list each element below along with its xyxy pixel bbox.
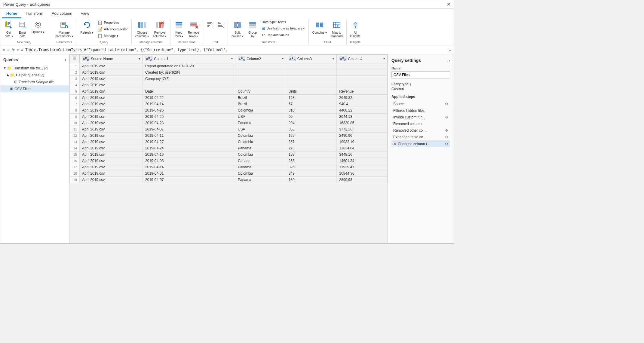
combine-icon <box>315 21 324 30</box>
table-row[interactable]: 1 April 2019.csv Report generated on 01-… <box>70 63 388 69</box>
ribbon-group-reduce-rows: Keeprows ▾ Removerows ▾ Reduce rows <box>170 20 203 45</box>
cell-col4: 11939.47 <box>337 164 388 170</box>
table-row[interactable]: 7 April 2019.csv 2019-04-14 Brazil 57 94… <box>70 101 388 107</box>
tab-view[interactable]: View <box>77 9 94 18</box>
name-field-input[interactable] <box>391 71 450 78</box>
advanced-editor-button[interactable]: 📝 Advanced editor <box>96 26 130 32</box>
tree-item-helper-queries[interactable]: ▶ 📁 Helper queries [3] <box>0 72 69 78</box>
step-source[interactable]: Source ⚙ <box>391 101 450 107</box>
cell-col2: USA <box>235 126 286 133</box>
table-row[interactable]: 18 April 2019.csv 2019-04-01 Colombia 34… <box>70 170 388 177</box>
split-column-button[interactable]: Splitcolumn ▾ <box>230 20 245 39</box>
col-header-column4[interactable]: ABC Column4 ▾ <box>337 55 388 63</box>
first-row-headers-button[interactable]: ⊞ Use first row as headers ▾ <box>260 25 307 31</box>
col-filter-icon[interactable]: ▾ <box>282 57 284 60</box>
choose-columns-button[interactable]: Choosecolumns ▾ <box>133 20 151 39</box>
properties-button[interactable]: 📋 Properties <box>96 20 130 26</box>
tab-home[interactable]: Home <box>2 9 21 18</box>
tree-item-transform-sample[interactable]: ▶ ⊞ Transform Sample file <box>0 78 69 85</box>
tab-add-column[interactable]: Add column <box>48 9 77 18</box>
col-header-column2[interactable]: ABC Column2 ▾ <box>235 55 286 63</box>
col-filter-icon[interactable]: ▾ <box>139 57 140 60</box>
replace-values-button[interactable]: ↩ Replace values <box>260 32 307 38</box>
table-row[interactable]: 13 April 2019.csv 2019-04-27 Colombia 36… <box>70 139 388 145</box>
entity-type-row: Entity type ℹ <box>391 82 450 87</box>
sort-desc-button[interactable] <box>216 20 226 32</box>
options-button[interactable]: Options ▾ <box>30 20 46 35</box>
table-row[interactable]: 17 April 2019.csv 2019-04-14 Panama 325 … <box>70 164 388 170</box>
table-row[interactable]: 12 April 2019.csv 2019-04-11 Colombia 12… <box>70 133 388 139</box>
map-to-standard-button[interactable]: Map tostandard <box>329 20 345 39</box>
table-row[interactable]: 11 April 2019.csv 2019-04-07 USA 356 377… <box>70 126 388 133</box>
queries-collapse-icon[interactable]: ‹ <box>65 57 66 62</box>
col-header-source-name[interactable]: ABC Source.Name ▾ <box>80 55 143 63</box>
table-area: ABC Source.Name ▾ ABC Column1 ▾ <box>69 54 388 243</box>
step-gear-icon[interactable]: ⚙ <box>445 115 448 119</box>
formula-cancel-icon[interactable]: ✕ <box>2 47 6 52</box>
cell-col4 <box>337 82 388 88</box>
col-filter-icon[interactable]: ▾ <box>231 57 233 60</box>
manage-parameters-button[interactable]: Manageparameters ▾ <box>54 20 75 39</box>
table-row[interactable]: 2 April 2019.csv Created by: user9284 <box>70 69 388 76</box>
refresh-button[interactable]: Refresh ▾ <box>79 20 95 36</box>
manage-button[interactable]: 📋 Manage ▾ <box>96 33 130 39</box>
formula-input[interactable] <box>21 48 446 52</box>
table-row[interactable]: 5 April 2019.csv Date Country Units Reve… <box>70 88 388 95</box>
table-row[interactable]: 4 April 2019.csv <box>70 82 388 88</box>
formula-expand-icon[interactable]: ⌄ <box>448 47 452 53</box>
row-number: 7 <box>70 101 80 107</box>
tree-item-csv-files[interactable]: ▶ ⊞ CSV Files <box>0 85 69 92</box>
enter-data-button[interactable]: Enterdata <box>16 20 29 39</box>
tree-item-transform-file[interactable]: ▼ 📁 Transform file fro... [2] <box>0 65 69 72</box>
step-gear-icon[interactable]: ⚙ <box>445 135 448 139</box>
step-removed-other-col[interactable]: Removed other col... ⚙ <box>391 127 450 134</box>
row-number: 11 <box>70 126 80 133</box>
col-header-column1[interactable]: ABC Column1 ▾ <box>143 55 235 63</box>
step-invoke-custom-fun[interactable]: Invoke custom fun... ⚙ <box>391 114 450 121</box>
ai-insights-button[interactable]: AIinsights <box>348 20 362 39</box>
tab-transform[interactable]: Transform <box>21 9 48 18</box>
row-number: 6 <box>70 95 80 101</box>
table-row[interactable]: 19 April 2019.csv 2019-04-07 Panama 139 … <box>70 177 388 183</box>
close-button[interactable]: ✕ <box>447 2 451 7</box>
table-row[interactable]: 6 April 2019.csv 2019-04-22 Brazil 153 2… <box>70 95 388 101</box>
combine-button[interactable]: Combine ▾ <box>311 20 329 36</box>
table-row[interactable]: 3 April 2019.csv Company XYZ <box>70 76 388 82</box>
cell-col3: 57 <box>286 101 337 107</box>
table-row[interactable]: 16 April 2019.csv 2019-04-08 Canada 258 … <box>70 158 388 164</box>
sort-asc-button[interactable] <box>205 20 215 32</box>
col-header-column3[interactable]: ABC Column3 ▾ <box>286 55 337 63</box>
manage-parameters-icon <box>60 21 68 30</box>
data-type-button[interactable]: Data type: Text ▾ <box>260 20 307 25</box>
entity-type-info-icon[interactable]: ℹ <box>409 82 411 87</box>
col-filter-icon[interactable]: ▾ <box>383 57 385 60</box>
formula-fx-icon[interactable]: fx <box>12 47 15 52</box>
step-expanded-table-co[interactable]: Expanded table co... ⚙ <box>391 134 450 140</box>
table-row[interactable]: 14 April 2019.csv 2019-04-24 Panama 223 … <box>70 145 388 152</box>
step-gear-icon[interactable]: ⚙ <box>445 142 448 146</box>
remove-columns-button[interactable]: Removecolumns ▾ <box>151 20 168 39</box>
query-settings-expand-icon[interactable]: › <box>449 58 450 63</box>
step-filtered-hidden-files[interactable]: Filtered hidden files <box>391 107 450 114</box>
step-x-icon[interactable]: ✕ <box>393 142 397 146</box>
table-row[interactable]: 9 April 2019.csv 2019-04-25 USA 90 2044.… <box>70 114 388 120</box>
replace-values-icon: ↩ <box>262 32 265 37</box>
table-row[interactable]: 8 April 2019.csv 2019-04-26 Colombia 310… <box>70 107 388 114</box>
step-renamed-columns[interactable]: Renamed columns <box>391 121 450 127</box>
cell-source: April 2019.csv <box>80 177 143 183</box>
svg-rect-1 <box>7 21 11 26</box>
sort-asc-icon <box>207 21 213 30</box>
table-row[interactable]: 10 April 2019.csv 2019-04-23 Panama 204 … <box>70 120 388 126</box>
formula-confirm-icon[interactable]: ✓ <box>7 47 11 52</box>
remove-rows-button[interactable]: Removerows ▾ <box>186 20 201 39</box>
cell-col1: 2019-04-27 <box>143 139 235 145</box>
col-filter-icon[interactable]: ▾ <box>333 57 334 60</box>
step-gear-icon[interactable]: ⚙ <box>445 128 448 133</box>
step-gear-icon[interactable]: ⚙ <box>445 102 448 106</box>
cell-col1: 2019-04-24 <box>143 145 235 152</box>
step-changed-column-t[interactable]: ✕ Changed column t... ⚙ <box>391 140 450 147</box>
keep-rows-button[interactable]: Keeprows ▾ <box>172 20 186 39</box>
get-data-button[interactable]: Getdata ▾ <box>2 20 15 39</box>
table-row[interactable]: 15 April 2019.csv 2019-04-16 Colombia 15… <box>70 152 388 158</box>
group-by-button[interactable]: Groupby <box>246 20 259 39</box>
